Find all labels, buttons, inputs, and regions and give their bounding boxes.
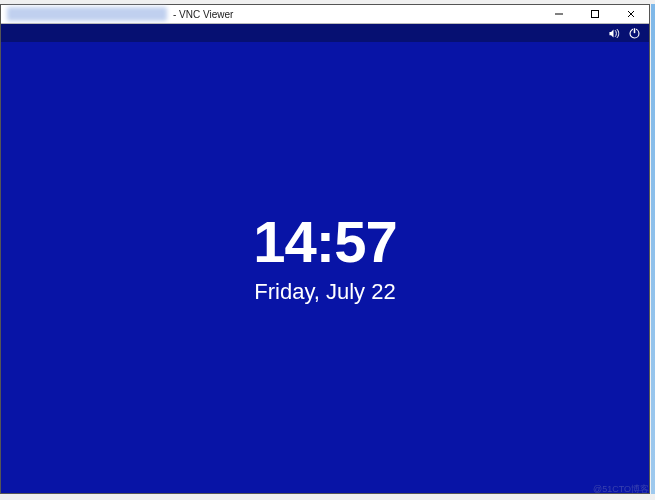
titlebar-controls bbox=[541, 5, 649, 23]
svg-rect-1 bbox=[592, 11, 599, 18]
minimize-icon bbox=[554, 9, 564, 19]
vnc-content[interactable]: 14:57 Friday, July 22 bbox=[1, 23, 649, 493]
minimize-button[interactable] bbox=[541, 5, 577, 23]
titlebar: - VNC Viewer bbox=[1, 5, 649, 23]
maximize-button[interactable] bbox=[577, 5, 613, 23]
titlebar-address-blurred bbox=[7, 7, 167, 21]
window-title: - VNC Viewer bbox=[173, 9, 233, 20]
close-icon bbox=[626, 9, 636, 19]
window-frame: - VNC Viewer 14:57 Friday, July 22 bbox=[0, 4, 650, 494]
watermark: @51CTO博客 bbox=[593, 483, 649, 496]
clock-date: Friday, July 22 bbox=[254, 279, 395, 305]
clock-time: 14:57 bbox=[253, 213, 396, 271]
right-edge-strip bbox=[651, 4, 655, 494]
maximize-icon bbox=[590, 9, 600, 19]
close-button[interactable] bbox=[613, 5, 649, 23]
lockscreen[interactable]: 14:57 Friday, July 22 bbox=[1, 24, 649, 493]
titlebar-left: - VNC Viewer bbox=[7, 7, 233, 21]
